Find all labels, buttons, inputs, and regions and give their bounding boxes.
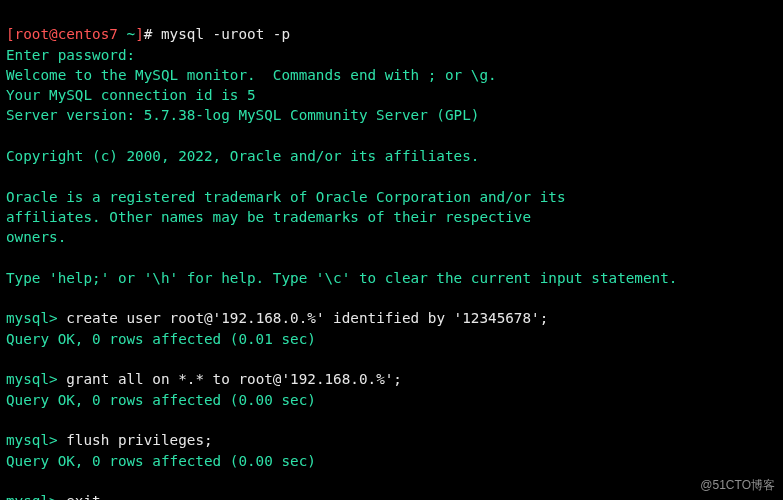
line-copyright: Copyright (c) 2000, 2022, Oracle and/or … [6, 148, 479, 164]
query-exit: exit [58, 493, 101, 500]
shell-command: mysql -uroot -p [161, 26, 290, 42]
cwd: ~ [127, 26, 136, 42]
result-flush: Query OK, 0 rows affected (0.00 sec) [6, 453, 316, 469]
watermark: @51CTO博客 [700, 477, 775, 494]
line-help: Type 'help;' or '\h' for help. Type '\c'… [6, 270, 677, 286]
line-enter-password: Enter password: [6, 47, 135, 63]
user-host: root@centos7 [15, 26, 118, 42]
line-trademark-3: owners. [6, 229, 66, 245]
line-conn-id: Your MySQL connection id is 5 [6, 87, 256, 103]
terminal-output[interactable]: [root@centos7 ~]# mysql -uroot -p Enter … [0, 0, 783, 500]
mysql-prompt: mysql> [6, 432, 58, 448]
line-trademark-2: affiliates. Other names may be trademark… [6, 209, 531, 225]
mysql-prompt: mysql> [6, 371, 58, 387]
shell-prompt: [root@centos7 ~]# [6, 26, 152, 42]
query-grant: grant all on *.* to root@'192.168.0.%'; [58, 371, 402, 387]
prompt-sep [118, 26, 127, 42]
query-create-user: create user root@'192.168.0.%' identifie… [58, 310, 549, 326]
mysql-prompt: mysql> [6, 493, 58, 500]
result-create-user: Query OK, 0 rows affected (0.01 sec) [6, 331, 316, 347]
result-grant: Query OK, 0 rows affected (0.00 sec) [6, 392, 316, 408]
bracket-open: [ [6, 26, 15, 42]
bracket-close: ] [135, 26, 144, 42]
line-welcome: Welcome to the MySQL monitor. Commands e… [6, 67, 497, 83]
line-server-version: Server version: 5.7.38-log MySQL Communi… [6, 107, 479, 123]
prompt-symbol: # [144, 26, 153, 42]
line-trademark-1: Oracle is a registered trademark of Orac… [6, 189, 565, 205]
query-flush: flush privileges; [58, 432, 213, 448]
mysql-prompt: mysql> [6, 310, 58, 326]
